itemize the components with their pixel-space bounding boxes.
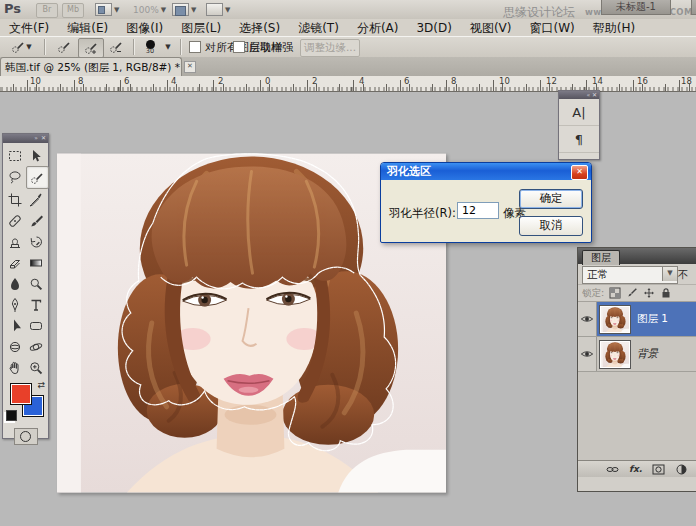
pen-tool[interactable] [5,294,26,315]
menu-item-7[interactable]: 3D(D) [407,20,460,36]
brush-picker-caret[interactable]: ▼ [162,38,174,56]
feather-radius-input[interactable] [457,202,499,219]
3d-orbit-tool[interactable] [26,336,47,357]
close-icon[interactable]: ✕ [41,134,46,143]
type-icon [28,297,44,313]
dock-header[interactable]: « ✕ [559,91,599,99]
lock-transparency-icon[interactable] [609,287,621,299]
menu-item-5[interactable]: 滤镜(T) [289,20,348,36]
new-selection-mode-button[interactable] [52,38,76,56]
background-document-tab[interactable]: 未标题-1 [601,0,671,15]
add-to-selection-mode-button[interactable] [78,38,104,58]
gradient-icon [28,255,44,271]
zoom-level-value: 100% [133,5,159,15]
spot-healing-brush-tool[interactable] [5,210,26,231]
zoom-level-dropdown[interactable]: 100%▼ [133,3,166,16]
character-panel-icon[interactable]: A| [559,99,599,126]
document-tab[interactable]: 韩国.tif @ 25% (图层 1, RGB/8#) * ✕ [0,57,182,76]
view-extras-dropdown[interactable]: ▼ [95,3,119,16]
menu-item-1[interactable]: 编辑(E) [58,20,117,36]
subtract-from-selection-mode-button[interactable] [104,38,128,56]
menu-item-0[interactable]: 文件(F) [0,20,58,36]
screen-mode-dropdown[interactable]: ▼ [206,3,230,16]
3d-rotate-tool[interactable] [5,336,26,357]
ok-button[interactable]: 确定 [519,189,583,209]
menu-item-6[interactable]: 分析(A) [348,20,408,36]
ruler-mark: 4 [171,76,176,86]
eraser-tool[interactable] [5,252,26,273]
ruler-mark: 2 [312,76,317,86]
mobile-button[interactable]: Mb [62,3,84,18]
menu-item-9[interactable]: 窗口(W) [521,20,584,36]
menu-item-10[interactable]: 帮助(H) [584,20,644,36]
dialog-title: 羽化选区 [387,164,431,179]
layer-thumbnail[interactable] [597,306,633,333]
layer-row[interactable]: 图层 1 [578,302,696,337]
tool-preset-picker[interactable]: ▼ [5,38,37,56]
layer-style-icon[interactable]: fx. [629,464,642,474]
layer-visibility-toggle[interactable] [578,337,597,371]
brush-tool[interactable] [26,210,47,231]
layer-visibility-toggle[interactable] [578,302,597,336]
close-document-icon[interactable]: ✕ [184,61,196,73]
menu-item-4[interactable]: 选择(S) [230,20,289,36]
clone-stamp-tool[interactable] [5,231,26,252]
brush-picker[interactable]: 30 [140,38,160,56]
rounded-rectangle-tool[interactable] [26,315,47,336]
lock-row: 锁定: [578,285,696,302]
menu-item-2[interactable]: 图像(I) [117,20,172,36]
layer-thumbnail[interactable] [597,341,633,368]
gradient-tool[interactable] [26,252,47,273]
zoom-tool[interactable] [26,357,47,378]
lock-all-icon[interactable] [660,287,672,299]
collapse-icon[interactable]: » [34,134,38,143]
blend-mode-select[interactable]: 正常 ▼ [582,266,678,284]
screen-mode-icon [206,3,223,16]
toolbox-panel: »✕ ⇄ [2,133,49,439]
layer-mask-icon[interactable] [652,463,665,476]
eye-icon [580,347,594,361]
checkbox-icon [233,41,245,53]
cancel-button[interactable]: 取消 [519,216,583,236]
quick-selection-tool[interactable] [26,166,49,189]
layers-panel-tabbar: 图层 [578,248,696,264]
ruler-mark: 8 [451,76,456,86]
dialog-title-bar[interactable]: 羽化选区 ✕ [381,163,591,180]
lock-pixels-icon[interactable] [626,287,638,299]
auto-enhance-checkbox[interactable]: 自动增强 [233,38,293,56]
quick-mask-button[interactable] [14,428,38,445]
swap-colors-icon[interactable]: ⇄ [37,380,45,390]
paragraph-panel-icon[interactable]: ¶ [559,126,599,153]
blur-tool[interactable] [5,273,26,294]
dialog-close-button[interactable]: ✕ [571,165,588,180]
link-layers-icon[interactable] [606,463,619,476]
clipped-document-tab[interactable] [691,0,696,15]
default-colors-icon[interactable] [6,410,17,421]
hand-tool[interactable] [5,357,26,378]
history-brush-tool[interactable] [26,231,47,252]
dodge-tool[interactable] [26,273,47,294]
toolbox-header[interactable]: »✕ [3,134,48,143]
bridge-button[interactable]: Br [36,3,58,18]
crop-tool[interactable] [5,189,26,210]
arrange-documents-dropdown[interactable]: ▼ [172,3,196,16]
lasso-tool[interactable] [5,166,26,187]
path-selection-tool[interactable] [5,315,26,336]
rectangular-marquee-tool[interactable] [5,145,26,166]
color-swatches: ⇄ [3,380,48,424]
layers-tab[interactable]: 图层 [582,250,620,265]
refine-edge-button[interactable]: 调整边缘... [300,39,360,57]
foreground-color-swatch[interactable] [10,383,32,405]
adjustment-layer-icon[interactable] [675,463,688,476]
crop-icon [7,192,23,208]
move-tool[interactable] [26,145,47,166]
view-extras-icon [95,3,112,16]
type-tool[interactable] [26,294,47,315]
eyedropper-tool[interactable] [26,189,47,210]
layer-row[interactable]: 背景 [578,337,696,372]
eraser-icon [7,255,23,271]
menu-item-3[interactable]: 图层(L) [172,20,230,36]
ruler-mark: 16 [637,76,648,86]
lock-position-icon[interactable] [643,287,655,299]
menu-item-8[interactable]: 视图(V) [461,20,521,36]
